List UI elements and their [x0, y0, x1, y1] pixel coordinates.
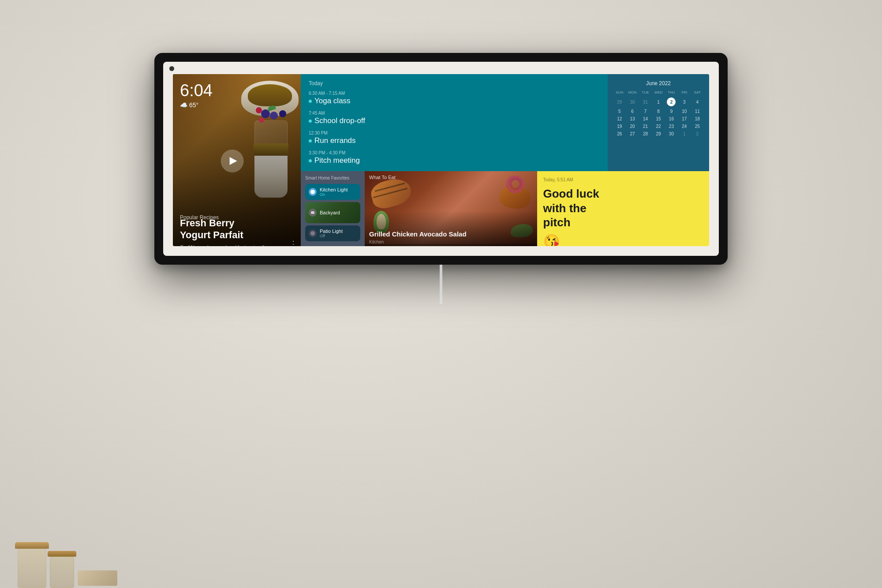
event-dot-2	[309, 120, 312, 123]
cal-header-thu: THU	[665, 90, 678, 95]
cal-day[interactable]: 5	[613, 108, 626, 115]
show-recipe-button[interactable]: Show Recipe	[365, 244, 537, 246]
cal-day[interactable]: 25	[691, 123, 704, 130]
cal-header-sun: SUN	[613, 90, 626, 95]
event-name-4: Pitch meeting	[309, 156, 600, 165]
cal-day[interactable]: 23	[665, 123, 678, 130]
light-icon	[309, 188, 317, 196]
event-dot-4	[309, 159, 312, 162]
event-name-2: School drop-off	[309, 116, 600, 125]
cal-day[interactable]: 24	[678, 123, 691, 130]
sticky-note: Today, 5:51 AM Good luck with the pitch …	[537, 171, 710, 246]
cal-day[interactable]: 26	[613, 131, 626, 137]
cal-day[interactable]: 28	[639, 131, 652, 137]
cal-day[interactable]: 1	[652, 97, 665, 107]
calendar-month: June 2022	[613, 80, 704, 86]
event-dot-3	[309, 139, 312, 142]
cal-day[interactable]: 31	[639, 97, 652, 107]
today-label: Today	[309, 80, 600, 86]
cal-day[interactable]: 29	[652, 131, 665, 137]
patio-light-name: Patio Light	[320, 228, 343, 234]
smart-home-title: Smart Home Favorites	[305, 176, 360, 180]
cal-day[interactable]: 29	[613, 97, 626, 107]
camera-icon	[309, 209, 317, 217]
cal-day[interactable]: 3	[678, 97, 691, 107]
agenda-panel: Today 6:30 AM - 7:15 AM Yoga class	[301, 74, 608, 171]
cal-day[interactable]: 8	[652, 108, 665, 115]
event-name-3: Run errands	[309, 136, 600, 145]
kitchen-light-status: On	[320, 192, 348, 197]
note-text: Good luck with the pitch	[543, 187, 703, 230]
cal-day[interactable]: 4	[691, 97, 704, 107]
hero-hint: Try "Alexa, show me breakfast recipes"	[180, 244, 290, 246]
cal-day[interactable]: 30	[665, 131, 678, 137]
cal-day[interactable]: 1	[678, 131, 691, 137]
patio-light-info: Patio Light Off	[320, 228, 343, 238]
cal-day[interactable]: 13	[626, 116, 639, 122]
cal-day[interactable]: 6	[626, 108, 639, 115]
note-emoji: 😘	[543, 233, 703, 247]
calendar-panel: June 2022 SUN MON TUE WED THU FRI SAT	[608, 74, 709, 171]
hero-title: Fresh Berry Yogurt Parfait	[180, 217, 294, 241]
patio-light-status: Off	[320, 234, 343, 238]
play-icon	[229, 157, 237, 165]
kitchen-light-info: Kitchen Light On	[320, 187, 348, 197]
time-display: 6:04	[180, 82, 213, 99]
event-time-1: 6:30 AM - 7:15 AM	[309, 91, 600, 96]
camera-dot	[169, 66, 174, 71]
temperature: 65°	[189, 101, 198, 109]
smart-home-panel: Smart Home Favorites Kitchen Light On	[301, 171, 365, 246]
cal-day[interactable]: 9	[665, 108, 678, 115]
event-errands[interactable]: 12:30 PM Run errands	[309, 131, 600, 145]
play-button[interactable]	[221, 150, 244, 172]
weather-icon: ☁️	[180, 101, 187, 109]
cal-day[interactable]: 17	[678, 116, 691, 122]
more-options-button[interactable]: ⋮	[289, 239, 297, 246]
hero-panel[interactable]: 6:04 ☁️ 65° Popular Recipes	[173, 74, 301, 246]
cal-day[interactable]: 12	[613, 116, 626, 122]
cal-day[interactable]: 16	[665, 116, 678, 122]
recipe-card[interactable]: What To Eat Grilled Chicken Avocado Sala…	[365, 171, 537, 246]
cal-day[interactable]: 20	[626, 123, 639, 130]
kitchen-light-name: Kitchen Light	[320, 187, 348, 192]
cal-day[interactable]: 19	[613, 123, 626, 130]
cal-day[interactable]: 21	[639, 123, 652, 130]
backyard-name: Backyard	[320, 210, 340, 215]
weather-display: ☁️ 65°	[180, 101, 198, 109]
what-to-eat-label: What To Eat	[369, 175, 396, 180]
right-panel: Today 6:30 AM - 7:15 AM Yoga class	[301, 74, 709, 246]
event-time-2: 7:45 AM	[309, 111, 600, 116]
note-timestamp: Today, 5:51 AM	[543, 177, 703, 182]
cal-day[interactable]: 2	[691, 131, 704, 137]
event-school[interactable]: 7:45 AM School drop-off	[309, 111, 600, 125]
cal-day[interactable]: 7	[639, 108, 652, 115]
cal-day[interactable]: 30	[626, 97, 639, 107]
cal-day[interactable]: 27	[626, 131, 639, 137]
cal-day[interactable]: 11	[691, 108, 704, 115]
cal-header-wed: WED	[652, 90, 665, 95]
cal-day[interactable]: 14	[639, 116, 652, 122]
cal-header-tue: TUE	[639, 90, 652, 95]
echo-show-device: 6:04 ☁️ 65° Popular Recipes	[154, 53, 728, 304]
event-time-4: 3:30 PM - 4:30 PM	[309, 150, 600, 155]
kitchen-light-button[interactable]: Kitchen Light On	[305, 184, 360, 200]
patio-light-button[interactable]: Patio Light Off	[305, 225, 360, 241]
recipe-title: Grilled Chicken Avocado Salad	[369, 230, 533, 238]
event-time-3: 12:30 PM	[309, 131, 600, 135]
event-pitch[interactable]: 3:30 PM - 4:30 PM Pitch meeting	[309, 150, 600, 165]
cal-today[interactable]: 2	[665, 97, 678, 107]
power-cable	[440, 265, 442, 304]
backyard-camera-button[interactable]: Backyard	[305, 202, 360, 223]
cal-day[interactable]: 22	[652, 123, 665, 130]
cal-header-sat: SAT	[691, 90, 704, 95]
event-dot-1	[309, 100, 312, 103]
cal-header-fri: FRI	[678, 90, 691, 95]
patio-light-icon	[309, 229, 317, 237]
event-yoga[interactable]: 6:30 AM - 7:15 AM Yoga class	[309, 91, 600, 105]
cal-day[interactable]: 10	[678, 108, 691, 115]
cal-header-mon: MON	[626, 90, 639, 95]
cal-day[interactable]: 18	[691, 116, 704, 122]
event-name-1: Yoga class	[309, 97, 600, 105]
cal-day[interactable]: 15	[652, 116, 665, 122]
